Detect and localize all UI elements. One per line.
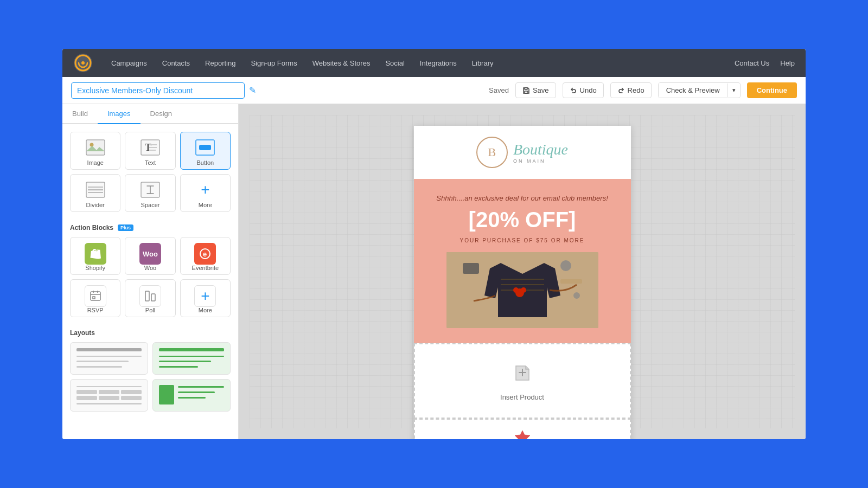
- insert-product-label: Insert Product: [426, 393, 619, 401]
- layouts-section: [62, 339, 238, 419]
- block-image-label: Image: [87, 159, 104, 166]
- plus-badge: Plus: [118, 224, 133, 231]
- tab-design[interactable]: Design: [141, 104, 182, 124]
- svg-text:e: e: [203, 250, 207, 258]
- action-blocks-section: Shopify Woo Woo e Eventbrite: [62, 234, 238, 325]
- rsvp-label: RSVP: [87, 307, 104, 313]
- svg-point-27: [513, 287, 519, 293]
- divider-block-icon: [85, 180, 106, 200]
- nav-contact-us[interactable]: Contact Us: [735, 59, 769, 67]
- basic-blocks-section: Image T Text Button: [62, 124, 238, 220]
- svg-rect-22: [91, 292, 100, 300]
- block-text[interactable]: T Text: [125, 132, 175, 170]
- redo-button[interactable]: Redo: [610, 82, 652, 98]
- nav-items: Campaigns Contacts Reporting Sign-up For…: [104, 49, 735, 77]
- continue-button[interactable]: Continue: [747, 82, 797, 98]
- saved-status: Saved: [489, 86, 509, 94]
- nav-reporting[interactable]: Reporting: [197, 49, 243, 77]
- eventbrite-icon: e: [194, 243, 216, 265]
- text-block-icon: T: [139, 138, 161, 157]
- clothing-image: [446, 252, 598, 328]
- block-spacer-label: Spacer: [141, 202, 160, 208]
- check-preview-dropdown[interactable]: Check & Preview ▾: [658, 82, 741, 98]
- top-navigation: Campaigns Contacts Reporting Sign-up For…: [62, 49, 806, 77]
- tab-images[interactable]: Images: [98, 104, 141, 124]
- poll-label: Poll: [145, 307, 155, 313]
- email-canvas[interactable]: B Boutique ON MAIN Shhhh....an exclusive…: [414, 126, 631, 439]
- sidebar: Build Images Design Image: [62, 104, 239, 439]
- tab-build[interactable]: Build: [62, 104, 98, 124]
- nav-contacts[interactable]: Contacts: [155, 49, 197, 77]
- block-divider-label: Divider: [86, 202, 105, 208]
- block-button[interactable]: Button: [180, 132, 231, 170]
- nav-signup-forms[interactable]: Sign-up Forms: [243, 49, 304, 77]
- layouts-grid: [70, 342, 231, 412]
- svg-rect-29: [463, 263, 479, 274]
- action-blocks-header: Action Blocks Plus: [62, 220, 238, 234]
- email-header: B Boutique ON MAIN: [414, 126, 631, 179]
- svg-point-3: [81, 61, 85, 65]
- edit-title-icon[interactable]: ✎: [249, 85, 256, 95]
- block-divider[interactable]: Divider: [70, 174, 120, 212]
- layout-1[interactable]: [70, 342, 148, 375]
- action-more-icon: +: [194, 285, 216, 307]
- block-more[interactable]: + More: [180, 174, 231, 212]
- check-preview-caret[interactable]: ▾: [727, 84, 740, 97]
- action-more-label: More: [199, 307, 212, 313]
- action-block-shopify[interactable]: Shopify: [70, 237, 120, 275]
- svg-rect-14: [199, 145, 211, 150]
- undo-button[interactable]: Undo: [563, 82, 604, 98]
- svg-point-32: [573, 292, 580, 299]
- block-spacer[interactable]: Spacer: [125, 174, 175, 212]
- email-tagline: Shhhh....an exclusive deal for our email…: [425, 194, 620, 202]
- svg-point-28: [521, 287, 526, 293]
- toolbar: ✎ Saved Save Undo Redo Check & Preview ▾…: [62, 77, 806, 104]
- action-block-woo[interactable]: Woo Woo: [125, 237, 175, 275]
- boutique-text: Boutique ON MAIN: [513, 141, 568, 164]
- svg-rect-4: [525, 91, 528, 93]
- woo-label: Woo: [144, 265, 156, 271]
- nav-social[interactable]: Social: [378, 49, 412, 77]
- action-block-eventbrite[interactable]: e Eventbrite: [180, 237, 231, 275]
- email-promo-image: [446, 252, 598, 328]
- nav-right-items: Contact Us Help: [735, 59, 795, 67]
- insert-product-section[interactable]: Insert Product: [414, 343, 631, 419]
- layout-3[interactable]: [70, 379, 148, 412]
- svg-rect-6: [86, 140, 105, 155]
- block-image[interactable]: Image: [70, 132, 120, 170]
- undo-icon: [570, 87, 577, 94]
- poll-icon: [139, 285, 161, 307]
- campaign-title-input[interactable]: [71, 82, 245, 99]
- nav-library[interactable]: Library: [464, 49, 501, 77]
- more-blocks-icon: +: [194, 180, 216, 200]
- save-icon: [522, 87, 530, 94]
- shopify-icon: [85, 243, 106, 265]
- nav-campaigns[interactable]: Campaigns: [104, 49, 155, 77]
- action-block-more[interactable]: + More: [180, 279, 231, 317]
- svg-point-7: [90, 143, 93, 147]
- check-preview-label[interactable]: Check & Preview: [659, 83, 727, 98]
- boutique-circle: B: [476, 137, 508, 168]
- nav-integrations[interactable]: Integrations: [412, 49, 464, 77]
- layout-2[interactable]: [152, 342, 231, 375]
- app-logo[interactable]: [73, 53, 93, 73]
- canvas-area: B Boutique ON MAIN Shhhh....an exclusive…: [239, 104, 806, 439]
- action-block-rsvp[interactable]: RSVP: [70, 279, 120, 317]
- woo-icon: Woo: [139, 243, 161, 265]
- layouts-label: Layouts: [70, 329, 95, 337]
- email-purchase-text: YOUR PURCHASE OF $75 OR MORE: [425, 237, 620, 243]
- nav-help[interactable]: Help: [780, 59, 795, 67]
- redo-icon: [617, 87, 625, 94]
- shopify-label: Shopify: [85, 265, 105, 271]
- layout-4[interactable]: [152, 379, 231, 412]
- svg-rect-23: [145, 291, 149, 301]
- action-block-poll[interactable]: Poll: [125, 279, 175, 317]
- spacer-block-icon: [139, 180, 161, 200]
- email-footer-section[interactable]: [414, 419, 631, 439]
- nav-websites-stores[interactable]: Websites & Stores: [305, 49, 378, 77]
- boutique-logo: B Boutique ON MAIN: [425, 137, 620, 168]
- save-button[interactable]: Save: [515, 82, 556, 98]
- insert-product-icon: [426, 361, 619, 389]
- block-button-label: Button: [196, 159, 214, 166]
- block-text-label: Text: [145, 159, 156, 166]
